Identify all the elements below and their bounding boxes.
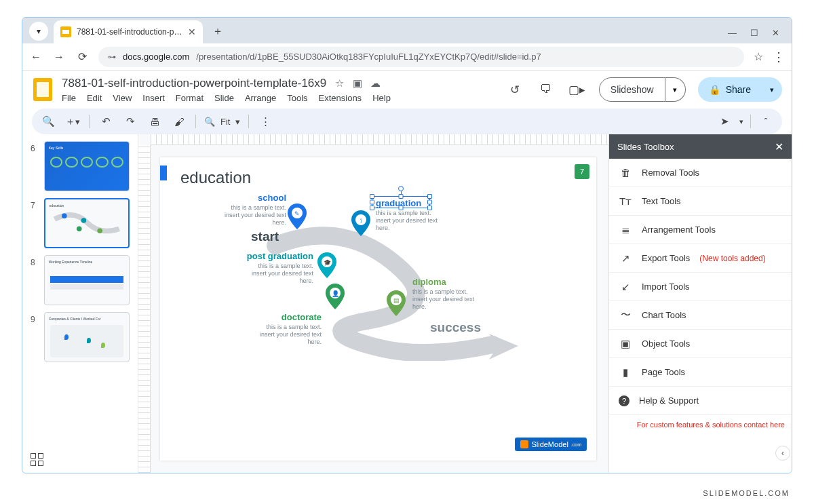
tool-page[interactable]: ▮Page Tools — [609, 358, 792, 387]
menu-arrange[interactable]: Arrange — [245, 93, 276, 103]
node-postgrad-label[interactable]: post graduation — [205, 251, 313, 261]
document-name[interactable]: 7881-01-self-introduction-powerpoint-tem… — [62, 77, 497, 90]
lock-icon: 🔒 — [709, 84, 720, 95]
pin-graduation[interactable]: ⟟ — [351, 210, 370, 236]
new-tab-button[interactable]: ＋ — [208, 22, 227, 41]
new-slide-button[interactable]: ＋▾ — [64, 115, 81, 128]
grid-view-button[interactable] — [31, 453, 43, 466]
slides-logo[interactable] — [32, 76, 54, 103]
hide-panel-icon[interactable]: ˆ — [758, 116, 774, 128]
search-menu-icon[interactable]: 🔍 — [40, 115, 56, 128]
undo-button[interactable]: ↶ — [98, 115, 114, 128]
slideshow-options[interactable]: ▾ — [665, 77, 686, 102]
thumb-number: 7 — [31, 198, 39, 248]
panel-footer-link[interactable]: For custom features & solutions contact … — [609, 415, 792, 434]
svg-text:👤: 👤 — [332, 290, 340, 298]
menu-view[interactable]: View — [113, 93, 132, 103]
paint-format-button[interactable]: 🖌 — [171, 116, 187, 128]
rotate-handle[interactable] — [398, 186, 404, 191]
more-tools-icon[interactable]: ⋮ — [257, 115, 273, 128]
collapse-panel-button[interactable]: ‹ — [775, 446, 790, 461]
pin-school[interactable]: ✎ — [288, 203, 307, 229]
accent-bar — [160, 166, 167, 180]
menu-tools[interactable]: Tools — [287, 93, 307, 103]
redo-button[interactable]: ↷ — [122, 115, 138, 128]
slideshow-button[interactable]: Slideshow — [599, 77, 665, 102]
bookmark-icon[interactable]: ☆ — [754, 50, 763, 63]
canvas[interactable]: 7 education ✎ ⟟ 🎓 👤 ▤ school this is a s — [138, 134, 608, 473]
menu-slide[interactable]: Slide — [214, 93, 234, 103]
header-actions: ↺ 🗨 ▢▸ Slideshow ▾ 🔒 Share ▾ — [505, 77, 782, 102]
watermark: SLIDEMODEL.COM — [703, 489, 790, 497]
print-button[interactable]: 🖶 — [147, 116, 163, 128]
cloud-saved-icon[interactable]: ☁ — [370, 77, 381, 89]
zoom-control[interactable]: 🔍 Fit ▾ — [204, 117, 240, 127]
menu-help[interactable]: Help — [372, 93, 391, 103]
svg-text:✎: ✎ — [294, 210, 300, 217]
share-button[interactable]: 🔒 Share — [698, 77, 762, 102]
menu-file[interactable]: File — [62, 93, 76, 103]
sample-text[interactable]: this is a sample text.insert your desire… — [205, 263, 313, 284]
thumbnail-8[interactable]: Working Experience Timeline — [44, 255, 130, 305]
share-label: Share — [726, 84, 751, 95]
start-word[interactable]: start — [251, 229, 279, 244]
pin-postgrad[interactable]: 🎓 — [317, 252, 336, 278]
menu-edit[interactable]: Edit — [87, 93, 102, 103]
tool-arrangement[interactable]: ≣Arrangement Tools — [609, 216, 792, 244]
thumbnail-7[interactable]: education — [44, 198, 130, 248]
tool-help[interactable]: ?Help & Support — [609, 387, 792, 415]
svg-text:🎓: 🎓 — [324, 258, 332, 267]
meet-icon[interactable]: ▢▸ — [568, 80, 587, 99]
tool-object[interactable]: ▣Object Tools — [609, 330, 792, 358]
thumbnail-panel: 6 Key Skills 7 education — [22, 134, 138, 473]
menu-format[interactable]: Format — [176, 93, 204, 103]
pointer-tool-icon[interactable]: ➤ — [716, 115, 733, 128]
browser-tab[interactable]: 7881-01-self-introduction-pow ✕ — [54, 20, 203, 43]
thumbnail-9[interactable]: Companies & Clients I Worked For — [44, 312, 130, 362]
maximize-button[interactable]: ☐ — [750, 28, 758, 38]
star-doc-icon[interactable]: ☆ — [335, 77, 344, 89]
tool-chart[interactable]: 〜Chart Tools — [609, 301, 792, 330]
node-school-label[interactable]: school — [178, 193, 286, 203]
svg-point-3 — [97, 228, 102, 233]
success-word[interactable]: success — [430, 320, 481, 335]
text-icon: Tᴛ — [619, 195, 632, 208]
node-doctorate-label[interactable]: doctorate — [213, 312, 322, 322]
sample-text[interactable]: this is a sample text.insert your desire… — [178, 204, 286, 226]
comments-icon[interactable]: 🗨 — [537, 80, 556, 99]
selection-box[interactable] — [372, 196, 430, 208]
site-info-icon[interactable]: ⊶ — [108, 52, 116, 62]
tool-removal[interactable]: 🗑Removal Tools — [609, 159, 792, 187]
svg-point-2 — [77, 227, 82, 232]
pin-diploma[interactable]: ▤ — [387, 290, 406, 316]
pointer-options[interactable]: ▾ — [739, 117, 743, 126]
close-panel-icon[interactable]: ✕ — [775, 140, 783, 153]
back-button[interactable]: ← — [29, 51, 43, 63]
forward-button[interactable]: → — [52, 51, 66, 63]
close-window-button[interactable]: ✕ — [772, 28, 779, 38]
sample-text[interactable]: this is a sample text.insert your desire… — [376, 210, 484, 231]
menu-insert[interactable]: Insert — [142, 93, 165, 103]
import-icon: ↙ — [619, 281, 632, 293]
share-options[interactable]: ▾ — [762, 77, 782, 102]
tool-import[interactable]: ↙Import Tools — [609, 273, 792, 301]
workspace: 6 Key Skills 7 education — [22, 134, 792, 473]
pin-doctorate[interactable]: 👤 — [326, 284, 345, 309]
move-doc-icon[interactable]: ▣ — [353, 77, 362, 89]
url-input[interactable]: ⊶ docs.google.com/presentation/d/1pBE_55… — [98, 47, 744, 67]
slide[interactable]: 7 education ✎ ⟟ 🎓 👤 ▤ school this is a s — [160, 157, 596, 461]
reload-button[interactable]: ⟳ — [75, 50, 89, 63]
history-icon[interactable]: ↺ — [505, 80, 524, 99]
tool-text[interactable]: TᴛText Tools — [609, 187, 792, 216]
browser-menu-icon[interactable]: ⋮ — [773, 50, 785, 64]
menu-extensions[interactable]: Extensions — [319, 93, 362, 103]
node-diploma-label[interactable]: diploma — [412, 277, 521, 287]
sample-text[interactable]: this is a sample text.insert your desire… — [213, 324, 322, 345]
sample-text[interactable]: this is a sample text.insert your desire… — [412, 288, 521, 310]
close-tab-icon[interactable]: ✕ — [188, 26, 196, 37]
minimize-button[interactable]: — — [728, 28, 737, 38]
tool-export[interactable]: ↗Export Tools (New tools added) — [609, 244, 792, 273]
thumbnail-6[interactable]: Key Skills — [44, 141, 130, 191]
tab-search-button[interactable]: ▾ — [29, 22, 48, 41]
slide-title[interactable]: education — [180, 168, 251, 187]
